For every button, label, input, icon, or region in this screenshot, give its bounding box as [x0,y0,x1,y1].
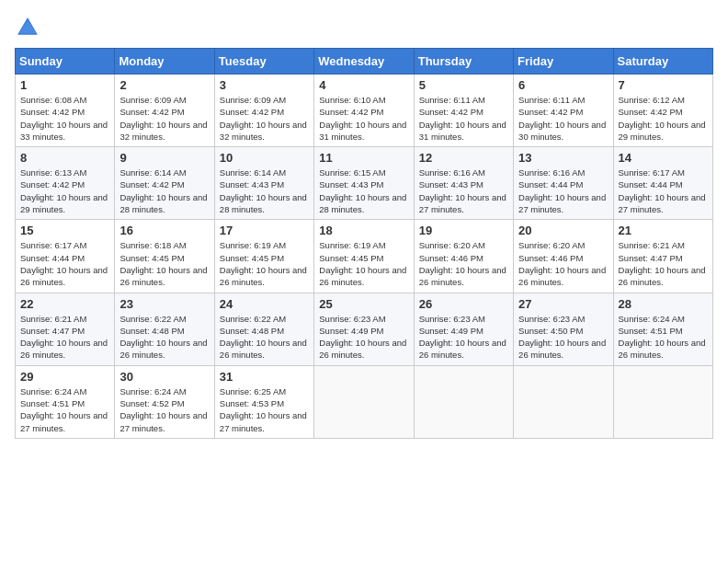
calendar-day-cell: 24 Sunrise: 6:22 AM Sunset: 4:48 PM Dayl… [214,293,313,365]
day-number: 28 [619,297,708,311]
day-number: 7 [619,78,708,92]
weekday-header: Tuesday [214,49,313,75]
day-info: Sunrise: 6:18 AM Sunset: 4:45 PM Dayligh… [119,239,209,288]
calendar-day-cell: 12 Sunrise: 6:16 AM Sunset: 4:43 PM Dayl… [414,147,513,220]
calendar-day-cell: 2 Sunrise: 6:09 AM Sunset: 4:42 PM Dayli… [115,75,214,147]
calendar-day-cell: 19 Sunrise: 6:20 AM Sunset: 4:46 PM Dayl… [414,220,513,293]
day-number: 20 [518,224,608,237]
day-info: Sunrise: 6:12 AM Sunset: 4:42 PM Dayligh… [619,94,708,143]
day-number: 24 [220,297,309,311]
day-number: 26 [419,297,508,311]
day-info: Sunrise: 6:24 AM Sunset: 4:51 PM Dayligh… [619,313,708,362]
calendar-week-row: 22 Sunrise: 6:21 AM Sunset: 4:47 PM Dayl… [16,293,713,365]
day-info: Sunrise: 6:11 AM Sunset: 4:42 PM Dayligh… [419,94,508,143]
weekday-header: Monday [115,49,214,75]
day-info: Sunrise: 6:25 AM Sunset: 4:53 PM Dayligh… [220,385,309,434]
logo-icon [15,15,40,40]
calendar-day-cell: 11 Sunrise: 6:15 AM Sunset: 4:43 PM Dayl… [314,147,414,220]
day-info: Sunrise: 6:16 AM Sunset: 4:44 PM Dayligh… [518,167,608,215]
day-number: 29 [20,370,109,384]
calendar-week-row: 15 Sunrise: 6:17 AM Sunset: 4:44 PM Dayl… [16,220,713,293]
calendar-week-row: 1 Sunrise: 6:08 AM Sunset: 4:42 PM Dayli… [16,75,713,147]
day-number: 31 [220,370,309,384]
day-number: 4 [319,78,408,92]
day-number: 16 [119,224,209,237]
calendar-day-cell: 21 Sunrise: 6:21 AM Sunset: 4:47 PM Dayl… [613,220,712,293]
day-number: 2 [119,78,209,92]
calendar-day-cell: 31 Sunrise: 6:25 AM Sunset: 4:53 PM Dayl… [214,365,313,438]
calendar-day-cell: 23 Sunrise: 6:22 AM Sunset: 4:48 PM Dayl… [115,293,214,365]
day-info: Sunrise: 6:21 AM Sunset: 4:47 PM Dayligh… [619,239,708,288]
day-number: 27 [518,297,608,311]
day-number: 9 [119,151,209,165]
calendar-day-cell: 4 Sunrise: 6:10 AM Sunset: 4:42 PM Dayli… [314,75,414,147]
day-info: Sunrise: 6:09 AM Sunset: 4:42 PM Dayligh… [119,94,209,143]
day-number: 5 [419,78,508,92]
day-info: Sunrise: 6:23 AM Sunset: 4:49 PM Dayligh… [419,313,508,362]
calendar-day-cell: 27 Sunrise: 6:23 AM Sunset: 4:50 PM Dayl… [514,293,613,365]
calendar-day-cell: 14 Sunrise: 6:17 AM Sunset: 4:44 PM Dayl… [613,147,712,220]
calendar-table: SundayMondayTuesdayWednesdayThursdayFrid… [15,48,713,439]
day-info: Sunrise: 6:20 AM Sunset: 4:46 PM Dayligh… [419,239,508,288]
calendar-day-cell: 30 Sunrise: 6:24 AM Sunset: 4:52 PM Dayl… [115,365,214,438]
day-number: 1 [20,78,109,92]
day-info: Sunrise: 6:15 AM Sunset: 4:43 PM Dayligh… [319,167,408,215]
day-info: Sunrise: 6:23 AM Sunset: 4:50 PM Dayligh… [518,313,608,362]
weekday-header: Friday [514,49,613,75]
weekday-header: Sunday [16,49,115,75]
calendar-day-cell: 7 Sunrise: 6:12 AM Sunset: 4:42 PM Dayli… [613,75,712,147]
day-number: 25 [319,297,408,311]
day-number: 18 [319,224,408,237]
page-header [15,15,713,40]
day-info: Sunrise: 6:09 AM Sunset: 4:42 PM Dayligh… [220,94,309,143]
day-info: Sunrise: 6:08 AM Sunset: 4:42 PM Dayligh… [20,94,109,143]
calendar-day-cell: 3 Sunrise: 6:09 AM Sunset: 4:42 PM Dayli… [214,75,313,147]
day-number: 23 [119,297,209,311]
logo [15,15,44,40]
day-info: Sunrise: 6:11 AM Sunset: 4:42 PM Dayligh… [518,94,608,143]
calendar-day-cell: 15 Sunrise: 6:17 AM Sunset: 4:44 PM Dayl… [16,220,115,293]
day-info: Sunrise: 6:16 AM Sunset: 4:43 PM Dayligh… [419,167,508,215]
day-info: Sunrise: 6:22 AM Sunset: 4:48 PM Dayligh… [119,313,209,362]
weekday-header: Wednesday [314,49,414,75]
calendar-day-cell: 20 Sunrise: 6:20 AM Sunset: 4:46 PM Dayl… [514,220,613,293]
day-info: Sunrise: 6:19 AM Sunset: 4:45 PM Dayligh… [319,239,408,288]
calendar-day-cell: 28 Sunrise: 6:24 AM Sunset: 4:51 PM Dayl… [613,293,712,365]
day-number: 6 [518,78,608,92]
day-info: Sunrise: 6:17 AM Sunset: 4:44 PM Dayligh… [619,167,708,215]
calendar-header-row: SundayMondayTuesdayWednesdayThursdayFrid… [16,49,713,75]
day-number: 21 [619,224,708,237]
calendar-week-row: 8 Sunrise: 6:13 AM Sunset: 4:42 PM Dayli… [16,147,713,220]
day-number: 30 [119,370,209,384]
calendar-day-cell: 25 Sunrise: 6:23 AM Sunset: 4:49 PM Dayl… [314,293,414,365]
calendar-day-cell: 16 Sunrise: 6:18 AM Sunset: 4:45 PM Dayl… [115,220,214,293]
calendar-day-cell: 6 Sunrise: 6:11 AM Sunset: 4:42 PM Dayli… [514,75,613,147]
calendar-day-cell: 22 Sunrise: 6:21 AM Sunset: 4:47 PM Dayl… [16,293,115,365]
calendar-day-cell [613,365,712,438]
day-info: Sunrise: 6:14 AM Sunset: 4:43 PM Dayligh… [220,167,309,215]
calendar-day-cell: 13 Sunrise: 6:16 AM Sunset: 4:44 PM Dayl… [514,147,613,220]
calendar-day-cell [414,365,513,438]
weekday-header: Thursday [414,49,513,75]
calendar-day-cell: 8 Sunrise: 6:13 AM Sunset: 4:42 PM Dayli… [16,147,115,220]
day-info: Sunrise: 6:13 AM Sunset: 4:42 PM Dayligh… [20,167,109,215]
calendar-day-cell: 1 Sunrise: 6:08 AM Sunset: 4:42 PM Dayli… [16,75,115,147]
calendar-day-cell: 10 Sunrise: 6:14 AM Sunset: 4:43 PM Dayl… [214,147,313,220]
day-info: Sunrise: 6:24 AM Sunset: 4:51 PM Dayligh… [20,385,109,434]
day-info: Sunrise: 6:17 AM Sunset: 4:44 PM Dayligh… [20,239,109,288]
calendar-day-cell [514,365,613,438]
calendar-day-cell: 17 Sunrise: 6:19 AM Sunset: 4:45 PM Dayl… [214,220,313,293]
calendar-week-row: 29 Sunrise: 6:24 AM Sunset: 4:51 PM Dayl… [16,365,713,438]
day-info: Sunrise: 6:19 AM Sunset: 4:45 PM Dayligh… [220,239,309,288]
day-number: 22 [20,297,109,311]
calendar-day-cell: 9 Sunrise: 6:14 AM Sunset: 4:42 PM Dayli… [115,147,214,220]
calendar-day-cell [314,365,414,438]
day-number: 8 [20,151,109,165]
day-info: Sunrise: 6:10 AM Sunset: 4:42 PM Dayligh… [319,94,408,143]
day-number: 15 [20,224,109,237]
weekday-header: Saturday [613,49,712,75]
calendar-day-cell: 18 Sunrise: 6:19 AM Sunset: 4:45 PM Dayl… [314,220,414,293]
calendar-day-cell: 5 Sunrise: 6:11 AM Sunset: 4:42 PM Dayli… [414,75,513,147]
day-info: Sunrise: 6:23 AM Sunset: 4:49 PM Dayligh… [319,313,408,362]
day-number: 17 [220,224,309,237]
